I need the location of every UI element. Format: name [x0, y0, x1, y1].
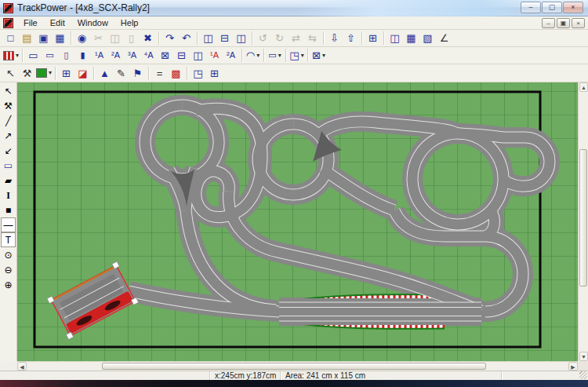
scroll-right-button[interactable]: ▶: [568, 362, 578, 371]
fit-view-icon[interactable]: ⊞: [206, 66, 223, 81]
close-button[interactable]: ×: [563, 2, 583, 13]
straight-half-icon[interactable]: ▭: [42, 48, 58, 63]
text-tool-icon[interactable]: T: [1, 232, 16, 247]
special-2a-icon[interactable]: ²A: [223, 48, 239, 63]
undo-icon[interactable]: ↶: [178, 31, 194, 46]
zoom-out-icon[interactable]: ⊖: [1, 262, 16, 277]
curve-4a-icon[interactable]: ⁴A: [140, 48, 157, 63]
mdi-restore-button[interactable]: ▣: [557, 18, 570, 28]
cut-icon[interactable]: ✂: [90, 31, 107, 46]
special-1a-icon[interactable]: ¹A: [206, 48, 223, 63]
curve-3a-icon[interactable]: ³A: [124, 48, 140, 63]
horizontal-scrollbar[interactable]: ◀ ▶: [17, 361, 578, 371]
tile-horizontal-icon[interactable]: ⊟: [216, 31, 233, 46]
arrow-tool-icon[interactable]: ↗: [1, 128, 16, 143]
text-cursor-tool-icon[interactable]: I: [1, 188, 16, 203]
flip-vertical-icon[interactable]: ⇆: [304, 31, 321, 46]
wrench-tool-icon[interactable]: ⚒: [1, 98, 16, 113]
straight-eighth-icon[interactable]: ▮: [74, 48, 91, 63]
toolbar-separator: [361, 31, 362, 45]
status-bar: x:245cm y:187cm Area: 241 cm x 115 cm: [0, 371, 588, 380]
toolbar-separator: [148, 67, 149, 80]
maximize-button[interactable]: ▢: [542, 2, 562, 13]
copy-icon[interactable]: ◫: [107, 31, 123, 46]
horizontal-scroll-thumb[interactable]: [102, 363, 486, 370]
toolbar-separator: [158, 31, 159, 45]
menu-edit[interactable]: Edit: [44, 17, 71, 28]
pointer-tool-icon[interactable]: ↖: [1, 83, 16, 98]
curve-menu[interactable]: ◠▾: [245, 48, 261, 63]
curve-2a-icon[interactable]: ²A: [107, 48, 124, 63]
open-file-icon[interactable]: ▤: [19, 31, 35, 46]
vertical-scroll-thumb[interactable]: [579, 149, 587, 287]
crossing-menu[interactable]: ⊠▾: [310, 48, 327, 63]
parts-list-icon[interactable]: ◫: [387, 31, 403, 46]
report-icon[interactable]: ▧: [419, 31, 436, 46]
grid-toggle-icon[interactable]: ⊞: [58, 66, 74, 81]
snapshot-icon[interactable]: ◉: [74, 31, 90, 46]
new-file-icon[interactable]: □: [2, 31, 19, 46]
scroll-left-button[interactable]: ◀: [17, 362, 27, 371]
menu-help[interactable]: Help: [114, 17, 145, 28]
lane-lines-icon[interactable]: =: [151, 66, 168, 81]
toolbar-separator: [383, 31, 384, 45]
fill-color-swatch[interactable]: ■: [1, 203, 16, 217]
small-parts-menu[interactable]: ▭▾: [267, 48, 283, 63]
tile-vertical-icon[interactable]: ◫: [233, 31, 249, 46]
dropdown-arrow-icon: ▾: [322, 53, 325, 59]
toolbar-separator: [285, 49, 286, 62]
flip-horizontal-icon[interactable]: ⇄: [288, 31, 304, 46]
border-menu[interactable]: ◳▾: [289, 48, 305, 63]
straight-quarter-icon[interactable]: ▯: [58, 48, 74, 63]
track-system-selector[interactable]: ▾: [2, 48, 20, 63]
eraser-tool-icon[interactable]: ▰: [1, 173, 16, 188]
zoom-in-icon[interactable]: ⊕: [1, 277, 16, 292]
line-style-button[interactable]: —: [1, 217, 16, 232]
minimize-button[interactable]: –: [521, 2, 541, 13]
lane-change-icon[interactable]: ◫: [190, 48, 206, 63]
redo-icon[interactable]: ↷: [162, 31, 178, 46]
rectangle-tool-icon[interactable]: ▭: [1, 158, 16, 173]
select-tool-icon[interactable]: ↖: [2, 66, 19, 81]
mdi-close-button[interactable]: ×: [572, 18, 585, 28]
rotate-right-icon[interactable]: ↻: [271, 31, 288, 46]
adjust-tool-icon[interactable]: ⚒: [19, 66, 35, 81]
new-view-icon[interactable]: ◳: [190, 66, 206, 81]
mdi-minimize-button[interactable]: –: [542, 18, 555, 28]
track-canvas[interactable]: [17, 82, 578, 361]
measure-icon[interactable]: ∠: [436, 31, 452, 46]
straight-full-icon[interactable]: ▭: [25, 48, 42, 63]
resize-grip[interactable]: [579, 371, 587, 379]
windows-taskbar[interactable]: [0, 380, 588, 387]
piece-list-icon[interactable]: ⊞: [365, 31, 381, 46]
ruler-toggle-icon[interactable]: ◪: [74, 66, 91, 81]
rotate-left-icon[interactable]: ↺: [255, 31, 271, 46]
inventory-icon[interactable]: ▦: [403, 31, 419, 46]
scroll-down-button[interactable]: ▼: [579, 352, 588, 361]
elevation-icon[interactable]: ▲: [96, 66, 113, 81]
zoom-reset-icon[interactable]: ⊙: [1, 247, 16, 262]
move-down-icon[interactable]: ⇩: [326, 31, 343, 46]
move-up-icon[interactable]: ⇧: [343, 31, 359, 46]
menu-file[interactable]: File: [17, 17, 44, 28]
paste-icon[interactable]: ▯: [123, 31, 140, 46]
curve-1a-icon[interactable]: ¹A: [91, 48, 107, 63]
paint-icon[interactable]: ✎: [113, 66, 129, 81]
crossing-icon[interactable]: ⊠: [157, 48, 173, 63]
save-icon[interactable]: ▣: [35, 31, 52, 46]
chicane-icon[interactable]: ⊟: [173, 48, 190, 63]
delete-icon[interactable]: ✖: [140, 31, 156, 46]
surface-color-picker[interactable]: ▾: [35, 66, 53, 81]
scroll-up-button[interactable]: ▲: [579, 82, 588, 92]
line-tool-icon[interactable]: ╱: [1, 113, 16, 128]
double-arrow-tool-icon[interactable]: ↙: [1, 143, 16, 158]
menu-window[interactable]: Window: [71, 17, 114, 28]
scrollbar-corner: [0, 361, 17, 371]
start-finish-icon[interactable]: ▩: [168, 66, 184, 81]
track-layout-svg[interactable]: [17, 82, 578, 361]
title-bar[interactable]: TrackPower - [4x8_SCX-Rally2] –▢×: [0, 0, 588, 16]
flag-icon[interactable]: ⚑: [129, 66, 146, 81]
vertical-scrollbar[interactable]: ▲ ▼: [578, 82, 588, 361]
print-icon[interactable]: ▦: [52, 31, 68, 46]
cascade-windows-icon[interactable]: ◫: [200, 31, 216, 46]
